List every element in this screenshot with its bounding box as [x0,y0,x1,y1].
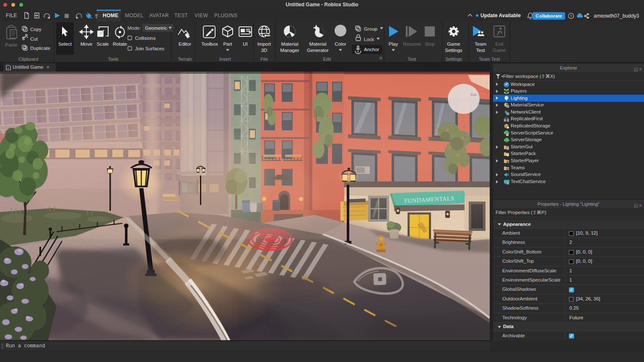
svg-text:Material: Material [309,41,327,47]
svg-text:Geometric: Geometric [145,26,167,31]
svg-text:Duplicate: Duplicate [30,46,50,51]
svg-text:Copy: Copy [30,27,42,32]
svg-text:Part: Part [223,41,232,47]
svg-text:Mode:: Mode: [127,26,141,31]
svg-text:Anchor: Anchor [364,47,379,52]
svg-text:Test: Test [476,48,485,53]
svg-text:Team: Team [475,41,486,47]
svg-text:Paste: Paste [5,42,17,47]
svg-text:ameowth07_buddy3: ameowth07_buddy3 [594,13,639,19]
svg-text:Collisions: Collisions [135,36,156,41]
svg-text:Toolbox: Toolbox [201,41,218,47]
svg-text:Collaborate: Collaborate [535,13,562,18]
svg-text:Update Available: Update Available [480,13,521,18]
svg-text:3D: 3D [261,48,267,53]
svg-text:Import: Import [257,41,271,47]
svg-text:Group: Group [364,26,377,31]
svg-text:Generator: Generator [307,48,329,53]
svg-text:Exit: Exit [495,41,504,47]
svg-text:Stop: Stop [425,41,435,47]
svg-text:Cut: Cut [30,36,38,41]
svg-text:Color: Color [335,41,346,47]
svg-text:Join Surfaces: Join Surfaces [135,46,164,51]
svg-text:Game: Game [493,48,506,53]
svg-text:Game: Game [447,41,460,47]
svg-text:Lock: Lock [364,37,374,42]
svg-text:UI: UI [243,41,248,47]
svg-text:Rotate: Rotate [113,41,127,47]
svg-text:?: ? [570,14,572,18]
svg-text:Resume: Resume [403,41,421,47]
svg-text:Manager: Manager [280,48,299,53]
svg-text:Material: Material [281,41,299,47]
svg-text:Select: Select [58,41,72,47]
svg-text:Editor: Editor [179,41,191,47]
svg-text:Scale: Scale [97,41,109,47]
svg-text:Move: Move [80,41,92,47]
svg-text:Play: Play [389,41,398,47]
svg-text:Settings: Settings [445,48,462,53]
